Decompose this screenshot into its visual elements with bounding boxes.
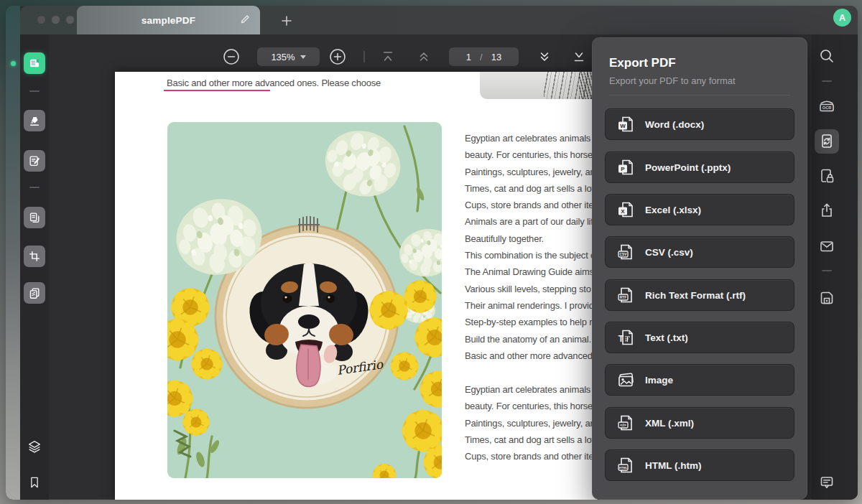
search-button[interactable] xyxy=(817,47,836,65)
export-pdf-panel: Export PDF Export your PDF to any format… xyxy=(592,37,807,500)
document-tab[interactable]: samplePDF xyxy=(77,6,260,34)
layers-icon xyxy=(27,439,42,454)
export-item-label: Word (.docx) xyxy=(645,119,704,130)
export-excel-button[interactable]: X Excel (.xlsx) xyxy=(605,194,794,225)
convert-button-active[interactable] xyxy=(815,129,839,154)
app-window: samplePDF A xyxy=(6,6,858,500)
close-window-button[interactable] xyxy=(37,15,46,24)
minimize-window-button[interactable] xyxy=(51,15,60,24)
export-item-label: Excel (.xlsx) xyxy=(645,205,701,215)
export-item-label: Rich Text Format (.rtf) xyxy=(645,290,746,301)
svg-text:CSV: CSV xyxy=(620,253,628,256)
avatar-initial: A xyxy=(839,13,845,23)
panel-subtitle: Export your PDF to any format xyxy=(609,75,736,86)
first-page-button[interactable] xyxy=(381,50,395,64)
svg-text:</>: </> xyxy=(620,423,626,427)
page-number-box[interactable]: 1 / 13 xyxy=(449,47,519,66)
export-xml-button[interactable]: </> XML (.xml) xyxy=(605,407,794,439)
save-button[interactable] xyxy=(817,289,836,307)
new-tab-button[interactable] xyxy=(279,13,295,29)
sidebar-item-bookmarks[interactable] xyxy=(26,474,43,491)
save-icon xyxy=(818,289,835,307)
export-powerpoint-button[interactable]: P PowerPoint (.pptx) xyxy=(605,151,794,183)
export-rtf-button[interactable]: RTF Rich Text Format (.rtf) xyxy=(605,279,794,311)
current-page-value: 1 xyxy=(466,52,471,62)
zoom-level-dropdown[interactable]: 135% xyxy=(257,47,320,66)
share-icon xyxy=(818,202,835,219)
zoom-out-button[interactable] xyxy=(223,48,240,65)
pages-convert-icon xyxy=(28,211,41,224)
zoom-level-value: 135% xyxy=(271,52,295,62)
svg-text:HTML: HTML xyxy=(619,466,628,470)
export-html-button[interactable]: HTML HTML (.htm) xyxy=(605,449,794,481)
last-page-button[interactable] xyxy=(572,50,586,64)
sidebar-item-crop[interactable] xyxy=(24,246,45,267)
export-item-label: Image xyxy=(645,375,673,386)
export-item-label: PowerPoint (.pptx) xyxy=(645,162,731,173)
xml-file-icon: </> xyxy=(616,414,635,432)
titlebar: samplePDF A xyxy=(20,6,858,34)
pdf-page[interactable]: Basic and other more advanced ones. Plea… xyxy=(115,72,598,500)
crop-icon xyxy=(28,250,41,263)
edit-page-icon xyxy=(28,154,41,167)
ocr-icon: OCR xyxy=(817,97,836,116)
account-avatar[interactable]: A xyxy=(833,9,851,27)
previous-page-button[interactable] xyxy=(417,50,431,64)
sidebar-item-extract-pages[interactable] xyxy=(24,282,45,304)
convert-icon xyxy=(818,133,835,150)
document-lock-icon xyxy=(818,167,835,185)
toolbar-divider xyxy=(363,51,365,62)
pdf-heading-line: Basic and other more advanced ones. Plea… xyxy=(167,78,381,88)
zoom-window-button[interactable] xyxy=(65,15,75,24)
panel-title: Export PDF xyxy=(609,56,676,70)
reader-book-icon xyxy=(27,56,42,70)
rail-divider xyxy=(29,187,40,188)
sidebar-vibrancy-strip xyxy=(6,6,20,500)
sidebar-item-convert-pages[interactable] xyxy=(24,207,45,228)
feedback-button[interactable] xyxy=(817,473,836,492)
sidebar-item-annotate[interactable] xyxy=(24,110,45,131)
powerpoint-file-icon: P xyxy=(616,158,635,177)
search-icon xyxy=(818,47,835,65)
share-button[interactable] xyxy=(817,201,836,220)
rename-pencil-icon[interactable] xyxy=(240,14,250,24)
svg-text:P: P xyxy=(621,166,625,172)
sidebar-item-reader[interactable] xyxy=(24,52,45,74)
protect-button[interactable] xyxy=(817,167,836,185)
ocr-badge-text: OCR xyxy=(822,106,831,110)
pdf-partial-grayscale-image xyxy=(480,72,598,99)
pdf-paragraph-1: Egyptian art celebrates animals beauty. … xyxy=(465,130,595,364)
export-word-button[interactable]: W Word (.docx) xyxy=(605,108,794,140)
total-pages-value: 13 xyxy=(491,52,501,62)
left-toolbar-rail xyxy=(20,34,49,500)
export-item-label: XML (.xml) xyxy=(645,418,694,429)
svg-text:RTF: RTF xyxy=(620,296,626,299)
svg-text:W: W xyxy=(620,123,626,129)
rail-divider xyxy=(29,90,40,92)
sidebar-item-edit[interactable] xyxy=(24,150,45,172)
zoom-in-button[interactable] xyxy=(329,48,346,65)
panel-divider xyxy=(609,95,790,95)
ocr-button[interactable]: OCR xyxy=(817,97,836,116)
html-file-icon: HTML xyxy=(616,456,635,475)
mail-button[interactable] xyxy=(817,237,836,256)
svg-text:T: T xyxy=(618,334,624,344)
export-csv-button[interactable]: CSV CSV (.csv) xyxy=(605,236,794,268)
bookmark-icon xyxy=(27,475,42,490)
comment-icon xyxy=(818,474,835,491)
svg-text:X: X xyxy=(621,208,625,215)
word-file-icon: W xyxy=(616,115,635,134)
export-text-button[interactable]: T Text (.txt) xyxy=(605,322,794,353)
next-page-button[interactable] xyxy=(537,50,552,64)
rtf-file-icon: RTF xyxy=(616,286,635,304)
pdf-paragraph-2: Egyptian art celebrates animals beauty. … xyxy=(465,381,595,465)
pink-annotation-underline xyxy=(164,90,270,91)
image-file-icon xyxy=(616,370,635,389)
export-item-label: CSV (.csv) xyxy=(645,247,693,258)
export-image-button[interactable]: Image xyxy=(605,364,794,396)
stacked-pages-icon xyxy=(28,286,41,299)
rail-divider xyxy=(822,270,832,271)
chevron-down-icon xyxy=(300,55,306,59)
mail-icon xyxy=(818,238,835,255)
sidebar-item-layers[interactable] xyxy=(26,438,43,455)
